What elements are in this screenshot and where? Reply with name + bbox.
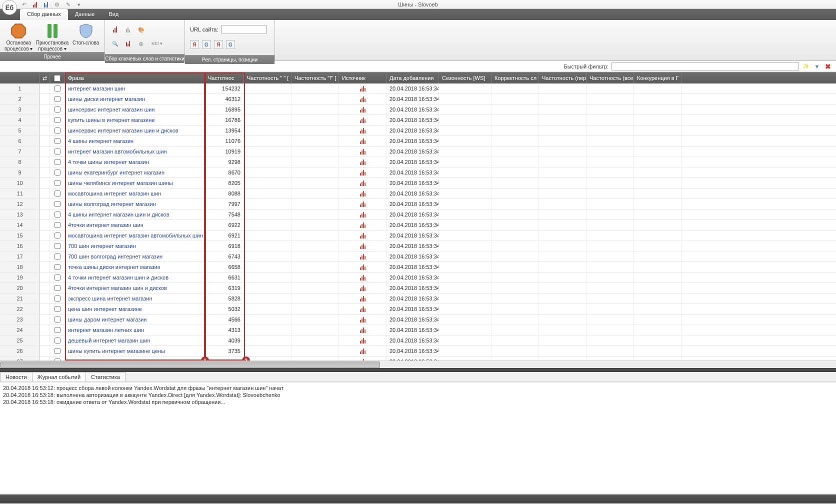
table-row[interactable]: 15мосавтошина интернет магазин автомобил… bbox=[0, 230, 836, 241]
engine-google2-button[interactable]: G bbox=[226, 40, 235, 49]
row-checkbox[interactable] bbox=[54, 254, 60, 260]
cell-phrase[interactable]: 4точки интернет магазин шин и дисков bbox=[65, 283, 205, 293]
table-row[interactable]: 144точки интернет магазин шин692220.04.2… bbox=[0, 220, 836, 230]
column-header-corr[interactable]: Корректность сл bbox=[492, 72, 539, 84]
filter-clear-icon[interactable]: ✖ bbox=[824, 62, 832, 70]
qat-wand-icon[interactable]: ✎ bbox=[64, 1, 72, 8]
cell-phrase[interactable]: шины челябинск интернет магазин шины bbox=[65, 178, 205, 188]
row-checkbox[interactable] bbox=[54, 285, 60, 291]
column-header-chk[interactable] bbox=[50, 72, 65, 84]
table-row[interactable]: 194 точки интернет магазин шин и дисков6… bbox=[0, 272, 836, 283]
row-checkbox[interactable] bbox=[54, 138, 60, 144]
bars-red-icon[interactable] bbox=[110, 25, 120, 34]
cell-phrase[interactable]: 4точки интернет магазин шин bbox=[65, 220, 205, 230]
table-row[interactable]: 7интернет магазин автомобильных шин10919… bbox=[0, 146, 836, 157]
table-row[interactable]: 22цена шин интернет магазине503220.04.20… bbox=[0, 304, 836, 314]
scrollbar-thumb[interactable] bbox=[0, 362, 380, 368]
cell-phrase[interactable]: дешевый интернет магазин шин bbox=[65, 336, 205, 346]
column-header-comp[interactable]: Конкуренция в Г bbox=[634, 72, 682, 84]
filter-wand-icon[interactable]: ✨ bbox=[802, 62, 810, 70]
cell-phrase[interactable]: экспресс шина интернет магазин bbox=[65, 294, 205, 304]
tab-data[interactable]: Данные bbox=[68, 9, 102, 20]
target-icon[interactable]: ◎ bbox=[136, 39, 146, 48]
column-header-cfg[interactable]: ⇄ bbox=[40, 72, 50, 84]
cell-phrase[interactable]: 700 шин интернет магазин bbox=[65, 241, 205, 251]
stop-processes-button[interactable]: Остановка процессов ▾ bbox=[3, 22, 34, 52]
cell-phrase[interactable]: 4 точки шины интернет магазин bbox=[65, 157, 205, 167]
table-row[interactable]: 64 шины интернет магазин1107620.04.2018 … bbox=[0, 136, 836, 146]
qat-gear-icon[interactable]: ⚙ bbox=[53, 1, 61, 8]
column-header-phrase[interactable]: Фраза bbox=[65, 72, 205, 84]
cell-phrase[interactable]: интернет магазин летних шин bbox=[65, 325, 205, 335]
cell-phrase[interactable]: купить шины в интернет магазине bbox=[65, 115, 205, 125]
row-checkbox[interactable] bbox=[54, 212, 60, 218]
column-header-f2[interactable]: Частотность " " [ bbox=[244, 72, 292, 84]
cell-phrase[interactable]: 4 точки интернет магазин шин и дисков bbox=[65, 272, 205, 282]
row-checkbox[interactable] bbox=[54, 180, 60, 186]
tab-data-collect[interactable]: Сбор данных bbox=[20, 9, 68, 20]
bars-grey-icon[interactable] bbox=[123, 25, 133, 34]
cell-phrase[interactable]: шины екатеринбург интернет магазин bbox=[65, 168, 205, 178]
search-icon[interactable]: 🔍 bbox=[110, 39, 120, 48]
qat-more-icon[interactable]: ▾ bbox=[75, 1, 83, 8]
row-checkbox[interactable] bbox=[54, 128, 60, 134]
column-header-fper[interactable]: Частотность (пер bbox=[539, 72, 586, 84]
cell-phrase[interactable]: шины купить интернет магазине цены bbox=[65, 346, 205, 356]
log-tab-log[interactable]: Журнал событий bbox=[32, 372, 86, 382]
filter-funnel-icon[interactable]: ▼ bbox=[813, 62, 821, 70]
row-checkbox[interactable] bbox=[54, 96, 60, 102]
column-header-date[interactable]: Дата добавления bbox=[386, 72, 439, 84]
kei-button[interactable]: KEI ▾ bbox=[149, 39, 165, 48]
row-checkbox[interactable] bbox=[54, 327, 60, 333]
row-checkbox[interactable] bbox=[54, 306, 60, 312]
row-checkbox[interactable] bbox=[54, 264, 60, 270]
row-checkbox[interactable] bbox=[54, 222, 60, 228]
cell-phrase[interactable]: шины волгоград интернет магазин bbox=[65, 199, 205, 209]
qat-chart-icon[interactable] bbox=[31, 1, 39, 8]
table-row[interactable]: 2шины диски интернет магазин4631220.04.2… bbox=[0, 94, 836, 104]
table-row[interactable]: 12шины волгоград интернет магазин799720.… bbox=[0, 199, 836, 210]
cell-phrase[interactable]: точка шины диски интернет магазин bbox=[65, 262, 205, 272]
cell-phrase[interactable]: 4 шины интернет магазин bbox=[65, 136, 205, 146]
filter-input[interactable] bbox=[612, 62, 799, 70]
column-header-season[interactable]: Сезонность [WS] bbox=[439, 72, 492, 84]
stopwords-button[interactable]: Стоп-слова bbox=[70, 22, 102, 46]
table-row[interactable]: 17700 шин волгоград интернет магазин6743… bbox=[0, 252, 836, 262]
cell-phrase[interactable]: интернет магазин автомобильных шин bbox=[65, 146, 205, 156]
row-checkbox[interactable] bbox=[54, 274, 60, 280]
row-checkbox[interactable] bbox=[54, 170, 60, 176]
table-row[interactable]: 16700 шин интернет магазин691820.04.2018… bbox=[0, 241, 836, 252]
table-row[interactable]: 3шинсервис интернет магазин шин1689520.0… bbox=[0, 104, 836, 115]
column-header-rownum[interactable] bbox=[0, 72, 40, 84]
cell-phrase[interactable]: 700 шин волгоград интернет магазин bbox=[65, 252, 205, 262]
table-row[interactable]: 24интернет магазин летних шин431320.04.2… bbox=[0, 325, 836, 336]
url-input[interactable] bbox=[222, 25, 266, 34]
row-checkbox[interactable] bbox=[54, 316, 60, 322]
row-checkbox[interactable] bbox=[54, 86, 60, 92]
row-checkbox[interactable] bbox=[54, 190, 60, 196]
cell-phrase[interactable]: шинсервис интернет магазин шин bbox=[65, 104, 205, 114]
qat-chart2-icon[interactable] bbox=[42, 1, 50, 8]
log-tab-stats[interactable]: Статистика bbox=[86, 372, 126, 382]
row-checkbox[interactable] bbox=[54, 106, 60, 112]
row-checkbox[interactable] bbox=[54, 296, 60, 302]
table-row[interactable]: 10шины челябинск интернет магазин шины82… bbox=[0, 178, 836, 188]
row-checkbox[interactable] bbox=[54, 338, 60, 344]
row-checkbox[interactable] bbox=[54, 117, 60, 123]
table-row[interactable]: 5шинсервис интернет магазин шин и дисков… bbox=[0, 126, 836, 136]
qat-undo-icon[interactable]: ↶ bbox=[20, 1, 28, 8]
palette-icon[interactable]: 🎨 bbox=[136, 25, 146, 34]
table-row[interactable]: 25дешевый интернет магазин шин403920.04.… bbox=[0, 336, 836, 346]
row-checkbox[interactable] bbox=[54, 243, 60, 249]
cell-phrase[interactable]: мосавтошина интернет магазин шин bbox=[65, 188, 205, 198]
table-row[interactable]: 23шины даром интернет магазин456620.04.2… bbox=[0, 314, 836, 325]
column-header-src[interactable]: Источник bbox=[339, 72, 386, 84]
table-row[interactable]: 204точки интернет магазин шин и дисков63… bbox=[0, 283, 836, 294]
cell-phrase[interactable]: мосавтошина интернет магазин автомобильн… bbox=[65, 230, 205, 240]
column-header-fall[interactable]: Частотность (все bbox=[586, 72, 634, 84]
pause-processes-button[interactable]: Приостановка процессов ▾ bbox=[36, 22, 68, 52]
row-checkbox[interactable] bbox=[54, 201, 60, 207]
table-row[interactable]: 26шины купить интернет магазине цены3735… bbox=[0, 346, 836, 356]
table-row[interactable]: 4купить шины в интернет магазине1678620.… bbox=[0, 115, 836, 126]
engine-yandex-button[interactable]: Я bbox=[190, 40, 199, 49]
